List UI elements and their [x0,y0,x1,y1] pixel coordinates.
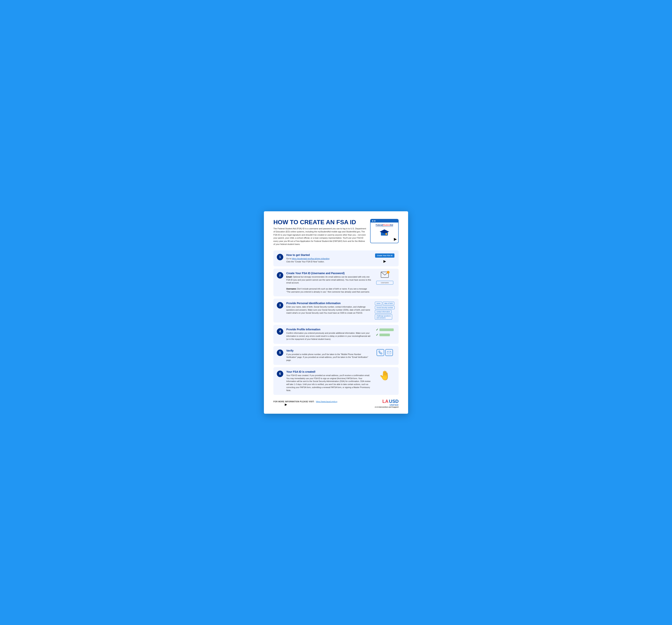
main-page: HOW TO CREATE AN FSA ID The Federal Stud… [264,211,408,414]
phone-icon [379,351,382,354]
checkmark-2: ✓ [376,333,378,337]
page-title: HOW TO CREATE AN FSA ID [273,219,366,226]
checklist: ✓ ✓ [376,328,394,337]
wave-hand-icon: 🤚 [379,370,390,381]
cursor-arrow-icon: ▶ [383,259,386,263]
lausd-name: LA USD [382,399,399,404]
step-4-aside: ✓ ✓ [374,328,395,337]
username-field[interactable]: Username [376,281,393,284]
step-1-number: 1 [277,254,283,260]
step-5-title: Verify [286,349,371,352]
step-1-aside: Create Your FSA ID ▶ [374,253,395,263]
lausd-subtitle: A-G Intervention and Support [375,406,399,408]
grad-cap-icon: $ [380,228,389,238]
browser-content: Federal|StudentAid $ ▶ [370,223,398,243]
step-4-title: Provide Profile Information [286,328,371,331]
step-3-aside: name date of birth Social Security numbe… [374,302,395,320]
phone-icon-box [377,349,384,356]
step-2-title: Create Your FSA ID (Username and Passwor… [286,272,371,275]
tag-row-1: name date of birth [375,302,394,305]
step-4-content: Provide Profile Information Confirm info… [286,328,371,341]
step-3-body: Enter your name, date of birth, Social S… [286,305,371,315]
step-1-title: How to get Started [286,253,371,256]
check-bar-2 [380,333,390,336]
step-2-card: 2 Create Your FSA ID (Username and Passw… [273,269,399,297]
tag-row-2: Social Security number [375,306,394,309]
tag-row-3: contact information [375,310,394,314]
footer-left: FOR MORE INFORMATION PLEASE VISIT: https… [273,400,337,406]
step-4-number: 4 [277,328,283,335]
email-badge: 1 [387,271,389,274]
step-1-content: How to get Started Go to https://student… [286,253,371,263]
check-bar-1 [380,328,394,331]
footer-link-wrap: FOR MORE INFORMATION PLEASE VISIT: https… [273,400,337,406]
step-3-number: 3 [277,302,283,308]
footer-label: FOR MORE INFORMATION PLEASE VISIT: [273,400,314,403]
tag-challenge: challenge questionsand answers [375,314,392,320]
step-3-title: Provide Personal Identification Informat… [286,302,371,305]
email-icon-wrap: 1 [381,272,389,279]
browser-bar [370,219,398,223]
check-row-2: ✓ [376,333,394,337]
step-6-content: Your FSA ID is created! Your FSA ID was … [286,370,371,392]
fsa-link[interactable]: https://studentaid.gov/fsa-id/sign-in/la… [292,257,330,260]
step-5-aside [374,349,395,356]
step-1-card: 1 How to get Started Go to https://stude… [273,250,399,267]
checkmark-1: ✓ [376,328,378,331]
step-3-card: 3 Provide Personal Identification Inform… [273,299,399,323]
intro-paragraph: The Federal Student Aid (FSA) ID is a us… [273,227,366,246]
step-5-number: 5 [277,349,283,356]
svg-text:$: $ [386,233,387,235]
email-verify-icon [387,351,391,354]
lausd-usd: USD [389,399,399,404]
step-6-title: Your FSA ID is created! [286,370,371,373]
step-4-body: Confirm information you entered previous… [286,332,371,341]
lausd-unified: UNIFIED [390,404,399,406]
browser-mockup: Federal|StudentAid $ ▶ [370,219,399,243]
step-5-content: Verify If you provided a mobile phone nu… [286,349,371,362]
step-2-content: Create Your FSA ID (Username and Passwor… [286,272,371,294]
step-6-body: Your FSA ID was created. If you provided… [286,374,371,392]
fsa-brand: Student [383,224,390,226]
step-2-aside: 1 Username [374,272,395,284]
tag-row-4: challenge questionsand answers [375,314,394,320]
tag-ssn: Social Security number [375,306,394,309]
step-6-number: 6 [277,371,283,377]
check-row-1: ✓ [376,328,394,331]
lausd-logo: LA USD UNIFIED A-G Intervention and Supp… [375,399,399,408]
tag-contact: contact information [375,310,391,314]
step-5-body: If you provided a mobile phone number, y… [286,353,371,362]
email-verify-icon-box [385,349,393,356]
step-6-card: 6 Your FSA ID is created! Your FSA ID wa… [273,367,399,395]
cursor-icon: ▶ [394,237,397,241]
step-2-body: Email: Optional but strongly recommended… [286,276,371,294]
header-text: HOW TO CREATE AN FSA ID The Federal Stud… [273,219,366,246]
step-6-aside: 🤚 [374,370,395,381]
footer-link[interactable]: https://www.lausd.org/a-g [316,400,337,403]
tag-name: name [375,302,382,305]
tag-dob: date of birth [383,302,394,305]
fsa-logo: Federal|StudentAid [376,224,393,227]
header-section: HOW TO CREATE AN FSA ID The Federal Stud… [273,219,399,246]
verify-icons [377,349,393,356]
footer-cursor-icon: ▶ [285,403,287,406]
step-2-number: 2 [277,272,283,279]
lausd-la: LA [382,399,388,404]
step-3-content: Provide Personal Identification Informat… [286,302,371,315]
step-1-body: Go to https://studentaid.gov/fsa-id/sign… [286,257,371,263]
browser-dot-2 [374,220,376,222]
tag-grid: name date of birth Social Security numbe… [375,302,394,320]
footer-section: FOR MORE INFORMATION PLEASE VISIT: https… [273,399,399,408]
create-fsa-button[interactable]: Create Your FSA ID [375,253,394,258]
step-5-card: 5 Verify If you provided a mobile phone … [273,346,399,365]
step-4-card: 4 Provide Profile Information Confirm in… [273,325,399,344]
browser-dot-1 [372,220,374,222]
